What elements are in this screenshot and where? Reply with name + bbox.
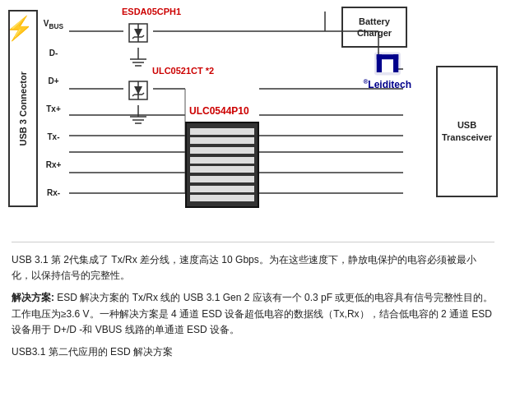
svg-line-38 (132, 95, 134, 96)
ulc0521-component (123, 76, 153, 105)
usb-connector-label: USB 3 Connector (18, 72, 28, 145)
esda-component (123, 18, 153, 48)
svg-line-32 (132, 37, 134, 39)
usb-transceiver-label: USBTransceiver (442, 119, 492, 145)
diagram-area: ⚡ USB 3 Connector VBUS D- D+ Tx+ Tx- Rx+… (0, 0, 506, 238)
paragraph-1: USB 3.1 第 2代集成了 Tx/Rx 差分线，速度高达 10 Gbps。为… (12, 252, 494, 284)
ic-pin-4 (190, 157, 254, 164)
esda-diode-svg (124, 19, 152, 47)
ulc0521-diode-svg (124, 76, 152, 104)
ic-pin-7 (190, 186, 254, 192)
divider (12, 242, 494, 242)
ic-pin-3 (190, 147, 254, 154)
leiditech-icon-svg (371, 49, 404, 78)
usb-transceiver-box: USBTransceiver (436, 66, 498, 197)
ic-pin-6 (190, 176, 254, 182)
leiditech-logo: ®Leiditech (363, 49, 411, 90)
pin-txm: Tx- (38, 132, 69, 142)
svg-rect-43 (376, 54, 397, 59)
pin-txp: Tx+ (38, 104, 69, 114)
ic-pin-2 (190, 137, 254, 144)
usb-connector-box: USB 3 Connector (8, 10, 38, 207)
battery-charger-box: BatteryCharger (341, 7, 407, 48)
battery-charger-label: BatteryCharger (357, 16, 392, 39)
svg-marker-36 (134, 86, 142, 95)
svg-line-33 (142, 35, 144, 37)
pin-rxm: Rx- (38, 188, 69, 198)
pin-rxp: Rx+ (38, 160, 69, 170)
svg-line-39 (142, 93, 144, 95)
esda-label: ESDA05CPH1 (122, 7, 181, 16)
text-section: USB 3.1 第 2代集成了 Tx/Rx 差分线，速度高达 10 Gbps。为… (0, 246, 506, 373)
ulc0544-ic (185, 122, 259, 208)
leiditech-text: ®Leiditech (363, 78, 411, 90)
pin-dm: D- (38, 48, 69, 58)
para2-prefix: 解决方案: (12, 292, 54, 303)
para2-content: ESD 解决方案的 Tx/Rx 线的 USB 3.1 Gen 2 应该有一个 0… (12, 292, 493, 335)
pin-vbus: VBUS (38, 19, 69, 30)
ulc0521-label: ULC0521CT *2 (152, 66, 214, 76)
ulc0544-label: ULC0544P10 (189, 105, 249, 117)
ic-pin-5 (190, 166, 254, 173)
svg-marker-30 (134, 29, 142, 37)
svg-rect-44 (382, 59, 393, 72)
pin-dp: D+ (38, 76, 69, 86)
ic-pin-8 (190, 195, 254, 201)
paragraph-3: USB3.1 第二代应用的 ESD 解决方案 (12, 344, 494, 360)
pin-labels-group: VBUS D- D+ Tx+ Tx- Rx+ Rx- (38, 10, 69, 207)
ic-pin-1 (190, 128, 254, 135)
paragraph-2: 解决方案: ESD 解决方案的 Tx/Rx 线的 USB 3.1 Gen 2 应… (12, 290, 494, 338)
